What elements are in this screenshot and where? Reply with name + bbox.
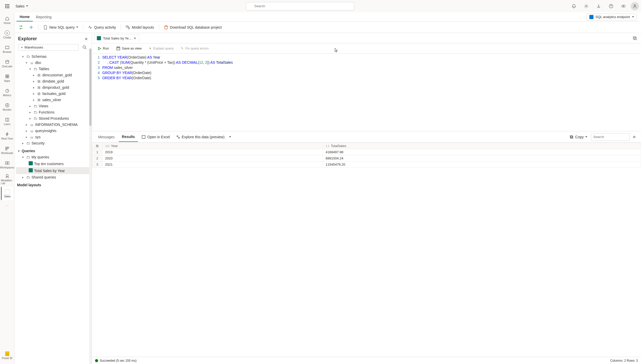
refresh-icon [19, 25, 23, 30]
workspace-label: Sales [15, 4, 25, 8]
endpoint-dropdown[interactable]: SQL analytics endpoint [587, 14, 637, 20]
settings-icon[interactable] [581, 1, 591, 11]
tree-my-queries[interactable]: ▾ 🗀 My queries [16, 154, 90, 160]
user-avatar[interactable] [631, 2, 639, 10]
tree-table[interactable]: ▸ ⊞ sales_silver [16, 97, 90, 103]
tab-reporting[interactable]: Reporting [33, 13, 55, 21]
nav-home[interactable]: Home [1, 13, 13, 27]
chevron-down-icon: ▾ [21, 55, 25, 58]
tree-tables[interactable]: ▾ 🗀 Tables [16, 66, 90, 72]
tree-info-schema[interactable]: ▸ ⚍ INFORMATION_SCHEMA [16, 122, 90, 128]
nav-onelake[interactable]: OneLake [1, 57, 13, 70]
open-excel-button[interactable]: Open in Excel [139, 134, 172, 140]
tab-home[interactable]: Home [17, 13, 33, 21]
grid-corner[interactable]: ⊞ [92, 143, 103, 149]
tree-stored-procs[interactable]: ▸ 🗀 Stored Procedures [16, 115, 90, 122]
tree-views[interactable]: ▸ 🗀 Views [16, 103, 90, 109]
save-view-button[interactable]: Save as view [114, 45, 144, 52]
nav-sales[interactable]: Sales [1, 187, 13, 200]
tree-queries-section[interactable]: ▾ Queries [16, 148, 90, 154]
tree-table[interactable]: ▸ ⊞ dimcustomer_gold [16, 72, 90, 78]
global-search-input[interactable] [246, 2, 354, 10]
editor-tab[interactable]: Total Sales by Ye... ✕ [94, 34, 139, 42]
svg-point-14 [5, 103, 9, 107]
explorer-search-button[interactable] [81, 44, 88, 51]
nav-create[interactable]: + Create [1, 28, 13, 41]
refresh-button[interactable] [17, 24, 25, 31]
svg-rect-10 [7, 75, 9, 76]
column-header-total[interactable]: 1.2TotalSales [323, 143, 641, 149]
collapse-explorer-button[interactable] [84, 37, 88, 41]
folder-icon: 🗀 [33, 110, 38, 114]
collapse-results-button[interactable] [631, 133, 638, 141]
nav-metrics[interactable]: Metrics [1, 86, 13, 99]
svg-rect-37 [570, 136, 572, 138]
new-sql-query-button[interactable]: New SQL query [41, 24, 80, 31]
chevron-down-icon: ▾ [28, 67, 32, 71]
tree-model-layouts-section[interactable]: Model layouts [16, 182, 90, 188]
mouse-cursor-icon [335, 48, 338, 53]
nav-apps[interactable]: Apps [1, 71, 13, 85]
app-launcher[interactable] [2, 1, 12, 11]
tree-table[interactable]: ▸ ⊞ factsales_gold [16, 91, 90, 97]
nav-realtime[interactable]: Real-Time [1, 129, 13, 142]
copy-button[interactable]: Copy [567, 134, 590, 140]
chevron-right-icon: ▸ [28, 117, 32, 120]
nav-browse[interactable]: Browse [1, 42, 13, 56]
copy-button[interactable] [631, 34, 639, 42]
tree-query-item[interactable]: Top ten customers [16, 160, 90, 167]
messages-tab[interactable]: Messages [95, 132, 118, 142]
results-grid[interactable]: ⊞ 123Year 1.2TotalSales 1 2019 4168497.9… [92, 143, 641, 357]
folder-icon: 🗀 [26, 175, 30, 179]
sql-editor[interactable]: 1 2 3 4 5 SELECT YEAR(OrderDate) AS Year… [92, 54, 641, 131]
settings-button[interactable] [27, 24, 36, 31]
explore-data-button[interactable]: Explore this data (preview) [174, 134, 234, 140]
tree-query-item-selected[interactable]: Total Sales by Year [16, 167, 90, 174]
column-header-year[interactable]: 123Year [103, 143, 323, 149]
tree-shared-queries[interactable]: ▸ 🗀 Shared queries [16, 174, 90, 180]
results-tab[interactable]: Results [119, 132, 138, 142]
tree-schemas[interactable]: ▾ 🗀 Schemas [16, 53, 90, 60]
table-row[interactable]: 3 2021 11545479.20 [92, 161, 641, 168]
nav-workloads[interactable]: Workloads [1, 143, 13, 157]
svg-rect-32 [117, 47, 120, 50]
tree-dbo[interactable]: ▾ ⚍ dbo [16, 60, 90, 66]
tree-table[interactable]: ▸ ⊞ dimdate_gold [16, 78, 90, 84]
tree-queryinsights[interactable]: ▸ ⚍ queryinsights [16, 128, 90, 134]
chevron-right-icon: ▸ [21, 142, 25, 145]
feedback-icon[interactable] [618, 1, 629, 11]
tree-security[interactable]: ▸ 🗀 Security [16, 140, 90, 146]
table-row[interactable]: 1 2019 4168497.98 [92, 149, 641, 155]
tree-sys[interactable]: ▸ ⚍ sys [16, 134, 90, 140]
nav-learn[interactable]: Learn [1, 115, 13, 128]
scrollbar-thumb[interactable] [89, 48, 91, 126]
code-content[interactable]: SELECT YEAR(OrderDate) AS Year , CAST (S… [102, 54, 641, 131]
help-icon[interactable] [606, 1, 616, 11]
warehouses-button[interactable]: + Warehouses [18, 44, 79, 51]
folder-icon: 🗀 [26, 155, 30, 159]
nav-powerbi[interactable]: Power BI [1, 349, 13, 362]
notifications-icon[interactable] [569, 1, 579, 11]
model-layouts-button[interactable]: Model layouts [123, 24, 156, 31]
chevron-right-icon: ▸ [25, 123, 28, 126]
results-search-input[interactable] [591, 133, 630, 141]
svg-rect-21 [5, 162, 7, 164]
explorer-scrollbar[interactable] [89, 48, 92, 364]
table-row[interactable]: 2 2020 6881504.24 [92, 155, 641, 161]
chevron-down-icon [26, 5, 28, 7]
query-activity-button[interactable]: Query activity [86, 24, 118, 31]
tree-table[interactable]: ▸ ⊞ dimproduct_gold [16, 84, 90, 91]
nav-more[interactable]: ⋯ [1, 201, 13, 209]
download-icon[interactable] [593, 1, 604, 11]
workspace-dropdown[interactable]: Sales [12, 4, 31, 8]
folder-icon: 🗀 [33, 104, 38, 108]
svg-rect-38 [571, 136, 573, 138]
nav-workspaces[interactable]: Workspaces [1, 158, 13, 171]
close-tab-button[interactable]: ✕ [134, 36, 136, 40]
download-project-button[interactable]: Download SQL database project [162, 24, 224, 31]
tree-functions[interactable]: ▸ 🗀 Functions [16, 109, 90, 115]
nav-medallion[interactable]: Medallion Lab [1, 172, 13, 186]
run-button[interactable]: Run [95, 45, 112, 51]
sql-file-icon [28, 161, 33, 166]
nav-monitor[interactable]: Monitor [1, 100, 13, 114]
